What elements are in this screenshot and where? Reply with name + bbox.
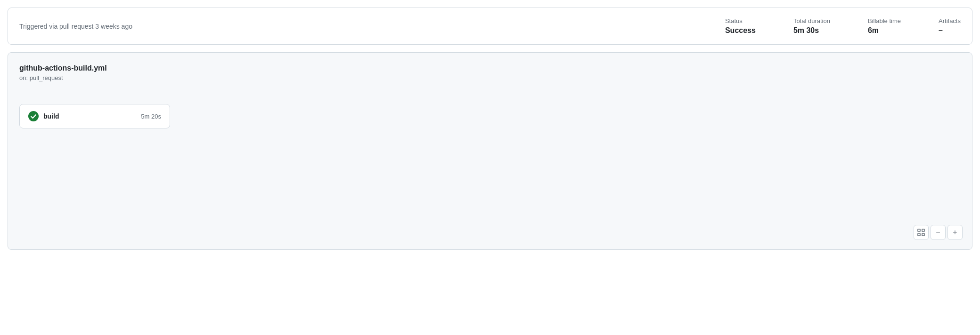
summary-card: Triggered via pull request 3 weeks ago S…: [8, 8, 972, 45]
workflow-title: github-actions-build.yml: [19, 64, 961, 72]
job-card[interactable]: build 5m 20s: [19, 104, 170, 128]
zoom-controls: − +: [914, 225, 963, 240]
svg-rect-3: [918, 233, 920, 236]
workflow-card: github-actions-build.yml on: pull_reques…: [8, 52, 972, 250]
success-icon: [28, 111, 39, 121]
artifacts-stat: Artifacts –: [939, 17, 961, 35]
billable-label: Billable time: [868, 17, 901, 24]
artifacts-label: Artifacts: [939, 17, 961, 24]
svg-point-0: [28, 111, 39, 121]
zoom-in-button[interactable]: +: [947, 225, 963, 240]
trigger-text: Triggered via pull request 3 weeks ago: [19, 23, 245, 30]
billable-value: 6m: [868, 26, 901, 35]
duration-label: Total duration: [793, 17, 830, 24]
zoom-out-button[interactable]: −: [931, 225, 946, 240]
status-value: Success: [725, 26, 756, 35]
job-duration: 5m 20s: [141, 113, 161, 120]
artifacts-value: –: [939, 26, 961, 35]
workflow-trigger: on: pull_request: [19, 74, 961, 81]
billable-stat: Billable time 6m: [868, 17, 901, 35]
svg-rect-2: [922, 229, 924, 231]
duration-value: 5m 30s: [793, 26, 830, 35]
stats-row: Status Success Total duration 5m 30s Bil…: [725, 17, 961, 35]
status-label: Status: [725, 17, 756, 24]
job-name: build: [43, 112, 136, 120]
status-stat: Status Success: [725, 17, 756, 35]
svg-rect-1: [918, 229, 920, 231]
fit-button[interactable]: [914, 225, 929, 240]
duration-stat: Total duration 5m 30s: [793, 17, 830, 35]
svg-rect-4: [922, 233, 924, 236]
